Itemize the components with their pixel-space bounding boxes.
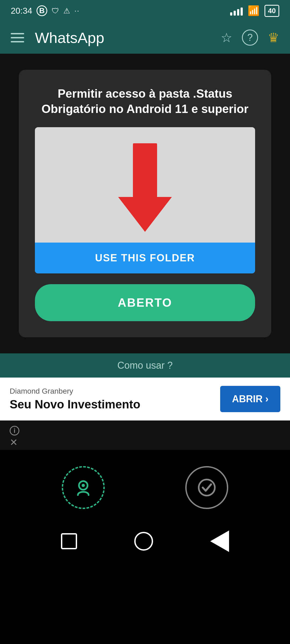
signal-icon bbox=[230, 6, 243, 16]
dialog-title: Permitir acesso à pasta .Status Obrigató… bbox=[35, 86, 255, 116]
status-left: 20:34 B 🛡 ⚠ ·· bbox=[11, 5, 80, 16]
battery-indicator: 40 bbox=[264, 5, 279, 17]
dark-background: Permitir acesso à pasta .Status Obrigató… bbox=[0, 54, 290, 353]
time-display: 20:34 bbox=[11, 6, 32, 16]
app-bar: WhatsApp ☆ ? ♛ bbox=[0, 21, 290, 54]
arrow-shaft bbox=[133, 143, 157, 197]
task-icon[interactable] bbox=[185, 466, 228, 509]
back-button[interactable] bbox=[210, 530, 229, 552]
b-icon: B bbox=[37, 5, 47, 16]
app-bar-icons: ☆ ? ♛ bbox=[221, 30, 279, 46]
ad-wrapper: Diamond Granbery Seu Novo Investimento A… bbox=[0, 378, 290, 450]
how-to-bar: Como usar ? bbox=[0, 353, 290, 378]
menu-button[interactable] bbox=[11, 33, 24, 42]
star-button[interactable]: ☆ bbox=[221, 30, 232, 45]
shield-icon: 🛡 bbox=[52, 6, 59, 15]
arrow-head bbox=[118, 197, 172, 232]
how-to-text: Como usar ? bbox=[117, 360, 173, 371]
ad-brand: Diamond Granbery bbox=[10, 387, 220, 396]
help-button[interactable]: ? bbox=[242, 30, 258, 46]
ad-title: Seu Novo Investimento bbox=[10, 398, 220, 411]
ad-info-icon[interactable]: i bbox=[10, 426, 19, 436]
status-saver-icon[interactable] bbox=[62, 466, 105, 509]
recent-apps-button[interactable] bbox=[61, 533, 77, 549]
svg-point-2 bbox=[199, 480, 215, 496]
ad-info-x: i ✕ bbox=[10, 426, 280, 447]
crown-button[interactable]: ♛ bbox=[268, 30, 279, 45]
down-arrow-icon bbox=[118, 143, 172, 232]
bottom-icons-area bbox=[0, 450, 290, 525]
permission-dialog: Permitir acesso à pasta .Status Obrigató… bbox=[19, 70, 271, 337]
folder-preview-box: USE THIS FOLDER bbox=[35, 127, 255, 273]
svg-point-1 bbox=[82, 484, 85, 487]
ad-banner: Diamond Granbery Seu Novo Investimento A… bbox=[0, 378, 290, 420]
ad-content: Diamond Granbery Seu Novo Investimento bbox=[10, 387, 220, 411]
folder-preview-inner bbox=[35, 127, 255, 243]
aberto-button[interactable]: ABERTO bbox=[35, 284, 255, 321]
status-bar: 20:34 B 🛡 ⚠ ·· 📶 40 bbox=[0, 0, 290, 21]
status-right: 📶 40 bbox=[230, 5, 279, 17]
home-button[interactable] bbox=[134, 532, 153, 551]
nav-bar bbox=[0, 525, 290, 557]
dots-icon: ·· bbox=[74, 6, 80, 15]
ad-bottom-area: i ✕ bbox=[0, 420, 290, 450]
ad-open-button[interactable]: ABRIR › bbox=[220, 386, 280, 412]
battery-level: 40 bbox=[268, 7, 276, 15]
ad-close-button[interactable]: ✕ bbox=[10, 438, 18, 447]
alert-icon: ⚠ bbox=[63, 6, 70, 15]
wifi-icon: 📶 bbox=[248, 5, 260, 16]
app-title: WhatsApp bbox=[35, 29, 210, 46]
use-folder-button[interactable]: USE THIS FOLDER bbox=[35, 243, 255, 273]
